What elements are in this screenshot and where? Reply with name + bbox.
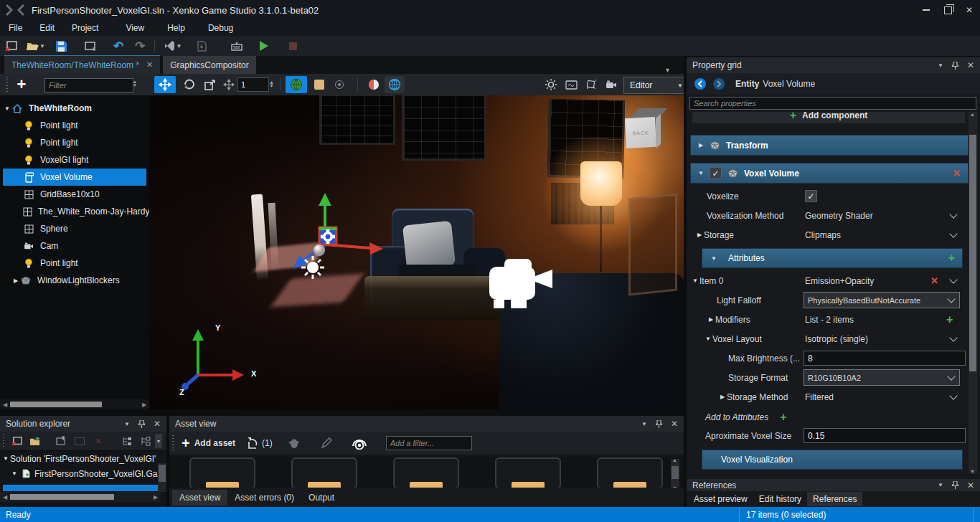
property-value[interactable]: Filtered bbox=[805, 392, 834, 402]
voxel-volume-section-header[interactable]: ▼ ✓ Voxel Volume ✕ bbox=[690, 163, 969, 184]
tab-scene-editor[interactable]: TheWhiteRoom/TheWhiteRoom * ✕ bbox=[4, 55, 160, 74]
dropdown-chevron-icon[interactable] bbox=[949, 210, 957, 218]
close-button[interactable]: ✕ bbox=[958, 2, 980, 18]
tree-item-root[interactable]: ▼ TheWhiteRoom bbox=[0, 100, 149, 117]
remove-component-icon[interactable]: ✕ bbox=[953, 168, 961, 179]
tree-item-voxelgi-light[interactable]: VoxelGI light bbox=[0, 151, 149, 169]
collapse-tree-icon[interactable] bbox=[138, 433, 153, 449]
menu-debug[interactable]: Debug bbox=[199, 22, 242, 34]
selected-row-highlight[interactable] bbox=[3, 485, 158, 491]
voxel-visualization-section-header[interactable]: Voxel Visualization bbox=[702, 450, 963, 470]
tab-close-icon[interactable]: ✕ bbox=[146, 60, 153, 70]
pin-icon[interactable] bbox=[952, 481, 958, 489]
asset-tile[interactable] bbox=[495, 457, 561, 489]
panel-menu-chevron-icon[interactable]: ▼ bbox=[641, 421, 647, 427]
property-grid-vscrollbar[interactable]: ▲ ▼ bbox=[969, 112, 977, 474]
translation-gizmo[interactable] bbox=[278, 187, 400, 280]
asset-filter-input[interactable] bbox=[386, 436, 472, 450]
add-attribute-icon[interactable]: + bbox=[948, 252, 955, 265]
tree-item-cam[interactable]: Cam bbox=[0, 237, 149, 255]
asset-view-header[interactable]: Asset view ▼ ✕ bbox=[169, 416, 684, 432]
project-row[interactable]: ▼ FirstPersonShooter_VoxelGI.Gar bbox=[0, 466, 166, 481]
tab-asset-errors[interactable]: Asset errors (0) bbox=[227, 490, 301, 506]
preview-eye-icon[interactable] bbox=[352, 437, 367, 450]
dropdown-chevron-icon[interactable] bbox=[949, 229, 957, 237]
tab-references[interactable]: References bbox=[807, 492, 862, 506]
tree-item-white-room-model[interactable]: The_White_Room-Jay-Hardy bbox=[0, 203, 149, 220]
asset-tile[interactable] bbox=[291, 457, 357, 489]
asset-tile[interactable] bbox=[597, 457, 663, 489]
save-all-icon[interactable] bbox=[82, 38, 99, 54]
vertical-splitter[interactable] bbox=[684, 56, 687, 507]
drag-handle[interactable] bbox=[3, 435, 4, 447]
camera-settings-icon[interactable] bbox=[602, 76, 621, 93]
scroll-right-icon[interactable]: ▶ bbox=[151, 494, 161, 500]
collapse-arrow-icon[interactable]: ▶ bbox=[707, 316, 715, 323]
wireframe-toggle[interactable] bbox=[385, 76, 405, 93]
scrollbar-thumb[interactable] bbox=[10, 494, 114, 500]
max-brightness-input[interactable] bbox=[804, 351, 966, 366]
vertical-splitter[interactable] bbox=[166, 416, 169, 507]
snap-spinner-icon[interactable]: ▲▼ bbox=[269, 80, 274, 87]
property-grid-header[interactable]: Property grid ▼ ✕ bbox=[687, 57, 980, 73]
gizmo-options-icon[interactable] bbox=[582, 76, 600, 93]
dropdown-chevron-icon[interactable] bbox=[949, 275, 957, 283]
pin-icon[interactable] bbox=[656, 420, 662, 428]
asset-tile[interactable] bbox=[393, 457, 459, 489]
scale-tool-button[interactable] bbox=[200, 76, 220, 93]
asset-tile[interactable] bbox=[189, 457, 255, 489]
property-search-input[interactable] bbox=[689, 97, 976, 110]
editor-mode-dropdown[interactable]: Editor ▼ bbox=[623, 77, 689, 94]
close-panel-icon[interactable]: ✕ bbox=[671, 419, 678, 429]
expand-arrow-icon[interactable]: ▼ bbox=[697, 170, 705, 176]
filter-spinner-icon[interactable]: ▲▼ bbox=[133, 80, 137, 87]
nav-forward-icon[interactable] bbox=[712, 77, 725, 90]
tree-item-point-light[interactable]: Point light bbox=[0, 255, 149, 272]
nav-back-icon[interactable] bbox=[694, 77, 707, 90]
storage-format-select[interactable]: R10G10B10A2 bbox=[804, 369, 960, 386]
drag-handle[interactable] bbox=[172, 435, 174, 451]
collapse-arrow-icon[interactable]: ▶ bbox=[697, 142, 705, 148]
transform-section-header[interactable]: ▶ Transform bbox=[690, 135, 969, 156]
expand-tree-icon[interactable] bbox=[121, 433, 135, 449]
rename-icon[interactable] bbox=[55, 433, 69, 449]
scroll-down-icon[interactable]: ▼ bbox=[970, 469, 975, 474]
horizontal-splitter[interactable] bbox=[0, 409, 684, 416]
tab-asset-view[interactable]: Asset view bbox=[172, 490, 227, 506]
expand-arrow-icon[interactable]: ▼ bbox=[10, 470, 19, 477]
dropdown-chevron-icon[interactable] bbox=[949, 333, 957, 341]
property-value[interactable]: Isotropic (single) bbox=[805, 334, 868, 344]
material-highlight-toggle[interactable] bbox=[364, 76, 383, 93]
lighting-toggle-icon[interactable] bbox=[542, 76, 560, 93]
scroll-right-icon[interactable]: ▶ bbox=[139, 402, 149, 408]
dropdown-chevron-icon[interactable] bbox=[949, 392, 957, 399]
visibility-icon[interactable] bbox=[330, 76, 349, 93]
pin-icon[interactable] bbox=[138, 420, 145, 428]
keyboard-shortcuts-icon[interactable] bbox=[228, 38, 245, 54]
export-assets-button[interactable]: (1) bbox=[247, 437, 273, 450]
snap-surface-icon[interactable] bbox=[310, 76, 329, 93]
render-mode-icon[interactable] bbox=[562, 76, 580, 93]
undo-button[interactable]: ↶ bbox=[110, 38, 127, 54]
property-value[interactable]: Emission+Opacity bbox=[805, 276, 874, 286]
panel-menu-chevron-icon[interactable]: ▼ bbox=[124, 421, 130, 427]
solution-hscrollbar[interactable]: ◀ ▶ bbox=[0, 492, 161, 502]
play-button[interactable] bbox=[255, 38, 272, 54]
add-folder-icon[interactable] bbox=[28, 433, 42, 449]
tree-item-gridbase[interactable]: GridBase10x10 bbox=[0, 186, 149, 203]
property-value[interactable]: Geometry Shader bbox=[805, 211, 873, 221]
menu-edit[interactable]: Edit bbox=[31, 22, 63, 34]
light-falloff-select[interactable]: PhysicallyBasedButNotAccurate bbox=[804, 292, 960, 308]
solution-explorer-header[interactable]: Solution explorer ▼ ✕ bbox=[0, 416, 166, 432]
close-panel-icon[interactable]: ✕ bbox=[154, 419, 161, 429]
restore-button[interactable] bbox=[937, 2, 958, 18]
save-button[interactable] bbox=[52, 38, 70, 54]
asset-vscrollbar[interactable]: ▲ ▼ bbox=[671, 459, 679, 489]
voxelize-checkbox[interactable]: ✓ bbox=[805, 190, 817, 202]
navigation-cube[interactable]: BACK bbox=[624, 108, 664, 148]
remove-item-icon[interactable]: ✕ bbox=[930, 275, 938, 286]
property-value[interactable]: Clipmaps bbox=[805, 230, 841, 240]
tab-list-chevron-icon[interactable]: ▼ bbox=[664, 67, 671, 74]
camera-gizmo-icon[interactable] bbox=[485, 256, 557, 318]
build-assets-icon[interactable] bbox=[193, 38, 210, 54]
